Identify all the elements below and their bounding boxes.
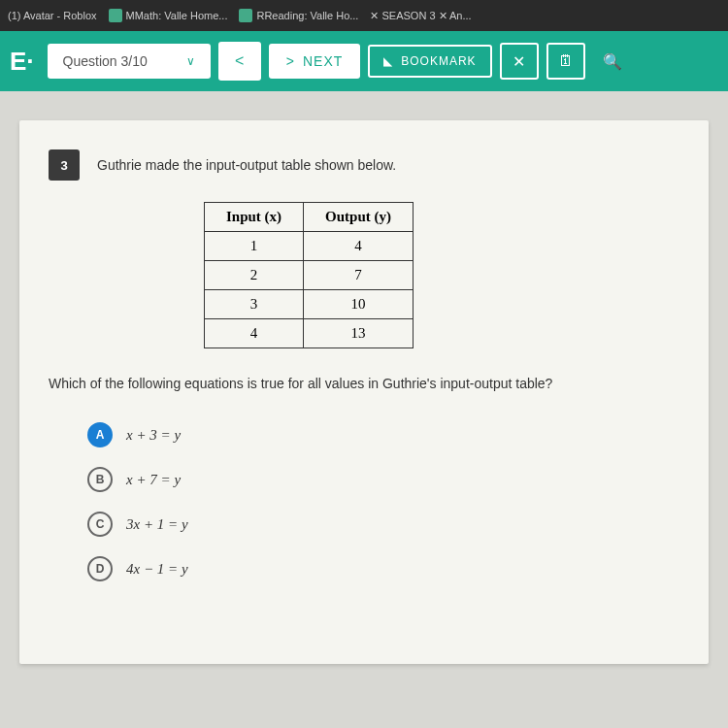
browser-tab[interactable]: (1) Avatar - Roblox	[8, 10, 97, 21]
question-prompt: Guthrie made the input-output table show…	[97, 149, 396, 173]
answer-options: A x + 3 = y B x + 7 = y C 3x + 1 = y D 4…	[87, 422, 679, 581]
search-button[interactable]: 🔍	[593, 43, 632, 80]
tab-icon	[109, 9, 122, 22]
tab-label: ✕ SEASON 3 ✕ An...	[370, 10, 471, 22]
option-b[interactable]: B x + 7 = y	[87, 467, 679, 492]
option-letter: C	[87, 512, 113, 537]
option-c[interactable]: C 3x + 1 = y	[87, 512, 679, 537]
content-area: 3 Guthrie made the input-output table sh…	[0, 91, 728, 728]
table-row: 4 13	[205, 319, 414, 348]
chevron-left-icon: <	[235, 52, 244, 70]
table-row: 2 7	[205, 261, 414, 290]
table-cell: 13	[304, 319, 414, 348]
chevron-down-icon: ∨	[186, 54, 195, 68]
bookmark-icon: ◣	[383, 54, 393, 68]
table-cell: 4	[304, 232, 414, 261]
bookmark-label: BOOKMARK	[401, 54, 476, 68]
table-cell: 10	[304, 290, 414, 319]
close-button[interactable]: ✕	[500, 43, 539, 80]
option-a[interactable]: A x + 3 = y	[87, 422, 679, 447]
option-text: 3x + 1 = y	[126, 516, 188, 533]
question-selector[interactable]: Question 3/10 ∨	[48, 44, 211, 79]
calendar-button[interactable]: 🗓	[546, 43, 585, 80]
tab-label: RReading: Valle Ho...	[256, 10, 358, 21]
table-cell: 7	[304, 261, 414, 290]
search-icon: 🔍	[603, 52, 622, 71]
option-letter: B	[87, 467, 113, 492]
input-output-table: Input (x) Output (y) 1 4 2 7 3 10 4 13	[204, 202, 414, 348]
close-icon: ✕	[513, 52, 525, 71]
bookmark-button[interactable]: ◣ BOOKMARK	[368, 45, 491, 78]
option-d[interactable]: D 4x − 1 = y	[87, 556, 679, 581]
app-logo: E·	[10, 47, 34, 77]
tab-icon	[239, 9, 252, 22]
app-toolbar: E· Question 3/10 ∨ < > NEXT ◣ BOOKMARK ✕…	[0, 31, 728, 91]
question-paper: 3 Guthrie made the input-output table sh…	[19, 120, 709, 664]
question-header: 3 Guthrie made the input-output table sh…	[49, 149, 679, 181]
table-cell: 2	[205, 261, 304, 290]
browser-tab[interactable]: MMath: Valle Home...	[109, 9, 228, 22]
table-cell: 4	[205, 319, 304, 348]
option-text: 4x − 1 = y	[126, 561, 188, 578]
question-number-badge: 3	[49, 149, 80, 181]
option-letter: A	[87, 422, 113, 447]
option-letter: D	[87, 556, 113, 581]
prev-button[interactable]: <	[218, 42, 261, 81]
table-header: Input (x)	[205, 203, 304, 232]
browser-tab[interactable]: RReading: Valle Ho...	[239, 9, 358, 22]
table-header: Output (y)	[304, 203, 414, 232]
table-cell: 1	[205, 232, 304, 261]
next-label: NEXT	[303, 53, 343, 69]
sub-question: Which of the following equations is true…	[49, 376, 679, 391]
option-text: x + 7 = y	[126, 472, 181, 488]
table-row: 3 10	[205, 290, 414, 319]
tab-label: (1) Avatar - Roblox	[8, 10, 97, 21]
browser-tab[interactable]: ✕ SEASON 3 ✕ An...	[370, 10, 471, 22]
question-indicator: Question 3/10	[63, 53, 148, 69]
calendar-icon: 🗓	[558, 52, 574, 70]
chevron-right-icon: >	[286, 53, 295, 69]
table-row: 1 4	[205, 232, 414, 261]
option-text: x + 3 = y	[126, 427, 181, 444]
next-button[interactable]: > NEXT	[269, 44, 361, 79]
table-cell: 3	[205, 290, 304, 319]
browser-tabs: (1) Avatar - Roblox MMath: Valle Home...…	[0, 0, 728, 31]
table-header-row: Input (x) Output (y)	[205, 203, 414, 232]
tab-label: MMath: Valle Home...	[126, 10, 228, 21]
